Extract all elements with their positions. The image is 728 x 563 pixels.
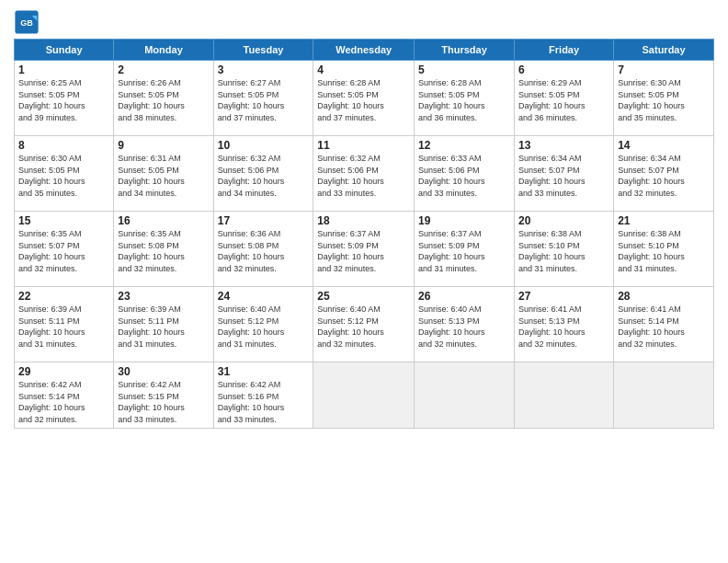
day-number: 19 [418,214,510,227]
col-monday: Monday [114,40,213,61]
table-row: 10Sunrise: 6:32 AM Sunset: 5:06 PM Dayli… [213,136,313,212]
table-row: 28Sunrise: 6:41 AM Sunset: 5:14 PM Dayli… [614,287,714,362]
table-row: 24Sunrise: 6:40 AM Sunset: 5:12 PM Dayli… [213,287,313,362]
day-number: 28 [618,290,710,303]
day-info: Sunrise: 6:26 AM Sunset: 5:05 PM Dayligh… [118,77,209,123]
table-row: 21Sunrise: 6:38 AM Sunset: 5:10 PM Dayli… [614,212,714,287]
day-number: 26 [418,290,510,303]
day-info: Sunrise: 6:42 AM Sunset: 5:14 PM Dayligh… [18,379,109,425]
day-info: Sunrise: 6:32 AM Sunset: 5:06 PM Dayligh… [317,153,410,199]
day-info: Sunrise: 6:40 AM Sunset: 5:12 PM Dayligh… [218,304,310,350]
table-row: 12Sunrise: 6:33 AM Sunset: 5:06 PM Dayli… [415,136,515,212]
day-number: 24 [218,290,310,303]
day-info: Sunrise: 6:38 AM Sunset: 5:10 PM Dayligh… [518,228,609,274]
day-number: 23 [118,290,209,303]
table-row: 16Sunrise: 6:35 AM Sunset: 5:08 PM Dayli… [114,212,213,287]
table-row: 7Sunrise: 6:30 AM Sunset: 5:05 PM Daylig… [614,61,714,136]
table-row: 17Sunrise: 6:36 AM Sunset: 5:08 PM Dayli… [213,212,313,287]
day-info: Sunrise: 6:40 AM Sunset: 5:13 PM Dayligh… [418,304,510,350]
day-number: 7 [618,63,710,76]
day-number: 18 [317,214,410,227]
logo-icon: GB [14,9,40,35]
day-number: 15 [18,214,109,227]
day-number: 27 [518,290,609,303]
calendar-week-row: 22Sunrise: 6:39 AM Sunset: 5:11 PM Dayli… [15,287,714,362]
table-row: 4Sunrise: 6:28 AM Sunset: 5:05 PM Daylig… [313,61,415,136]
svg-text:GB: GB [20,18,33,28]
day-number: 17 [218,214,310,227]
col-thursday: Thursday [415,40,515,61]
day-info: Sunrise: 6:30 AM Sunset: 5:05 PM Dayligh… [18,153,109,199]
day-info: Sunrise: 6:36 AM Sunset: 5:08 PM Dayligh… [218,228,310,274]
day-number: 29 [18,365,109,378]
calendar-week-row: 29Sunrise: 6:42 AM Sunset: 5:14 PM Dayli… [15,362,714,429]
day-info: Sunrise: 6:38 AM Sunset: 5:10 PM Dayligh… [618,228,710,274]
day-info: Sunrise: 6:27 AM Sunset: 5:05 PM Dayligh… [218,77,310,123]
table-row: 18Sunrise: 6:37 AM Sunset: 5:09 PM Dayli… [313,212,415,287]
day-number: 13 [518,139,609,152]
table-row: 27Sunrise: 6:41 AM Sunset: 5:13 PM Dayli… [515,287,614,362]
day-info: Sunrise: 6:25 AM Sunset: 5:05 PM Dayligh… [18,77,109,123]
header: GB [14,9,714,35]
table-row [614,362,714,429]
col-wednesday: Wednesday [313,40,415,61]
table-row: 31Sunrise: 6:42 AM Sunset: 5:16 PM Dayli… [213,362,313,429]
day-number: 8 [18,139,109,152]
table-row: 13Sunrise: 6:34 AM Sunset: 5:07 PM Dayli… [515,136,614,212]
table-row [515,362,614,429]
day-info: Sunrise: 6:31 AM Sunset: 5:05 PM Dayligh… [118,153,209,199]
table-row: 29Sunrise: 6:42 AM Sunset: 5:14 PM Dayli… [15,362,114,429]
table-row: 23Sunrise: 6:39 AM Sunset: 5:11 PM Dayli… [114,287,213,362]
day-number: 3 [218,63,310,76]
day-info: Sunrise: 6:42 AM Sunset: 5:15 PM Dayligh… [118,379,209,425]
day-number: 31 [218,365,310,378]
table-row: 1Sunrise: 6:25 AM Sunset: 5:05 PM Daylig… [15,61,114,136]
day-info: Sunrise: 6:34 AM Sunset: 5:07 PM Dayligh… [518,153,609,199]
col-friday: Friday [515,40,614,61]
day-info: Sunrise: 6:41 AM Sunset: 5:13 PM Dayligh… [518,304,609,350]
table-row: 15Sunrise: 6:35 AM Sunset: 5:07 PM Dayli… [15,212,114,287]
col-tuesday: Tuesday [213,40,313,61]
table-row: 26Sunrise: 6:40 AM Sunset: 5:13 PM Dayli… [415,287,515,362]
day-number: 1 [18,63,109,76]
day-info: Sunrise: 6:28 AM Sunset: 5:05 PM Dayligh… [418,77,510,123]
day-info: Sunrise: 6:32 AM Sunset: 5:06 PM Dayligh… [218,153,310,199]
day-info: Sunrise: 6:29 AM Sunset: 5:05 PM Dayligh… [518,77,609,123]
day-info: Sunrise: 6:35 AM Sunset: 5:07 PM Dayligh… [18,228,109,274]
table-row: 2Sunrise: 6:26 AM Sunset: 5:05 PM Daylig… [114,61,213,136]
table-row: 9Sunrise: 6:31 AM Sunset: 5:05 PM Daylig… [114,136,213,212]
calendar-week-row: 15Sunrise: 6:35 AM Sunset: 5:07 PM Dayli… [15,212,714,287]
day-info: Sunrise: 6:40 AM Sunset: 5:12 PM Dayligh… [317,304,410,350]
day-number: 9 [118,139,209,152]
calendar-week-row: 8Sunrise: 6:30 AM Sunset: 5:05 PM Daylig… [15,136,714,212]
table-row [313,362,415,429]
day-number: 20 [518,214,609,227]
table-row: 30Sunrise: 6:42 AM Sunset: 5:15 PM Dayli… [114,362,213,429]
table-row: 20Sunrise: 6:38 AM Sunset: 5:10 PM Dayli… [515,212,614,287]
day-info: Sunrise: 6:30 AM Sunset: 5:05 PM Dayligh… [618,77,710,123]
day-number: 30 [118,365,209,378]
table-row: 25Sunrise: 6:40 AM Sunset: 5:12 PM Dayli… [313,287,415,362]
table-row: 5Sunrise: 6:28 AM Sunset: 5:05 PM Daylig… [415,61,515,136]
table-row: 8Sunrise: 6:30 AM Sunset: 5:05 PM Daylig… [15,136,114,212]
day-info: Sunrise: 6:34 AM Sunset: 5:07 PM Dayligh… [618,153,710,199]
table-row: 22Sunrise: 6:39 AM Sunset: 5:11 PM Dayli… [15,287,114,362]
day-number: 10 [218,139,310,152]
table-row: 14Sunrise: 6:34 AM Sunset: 5:07 PM Dayli… [614,136,714,212]
day-number: 5 [418,63,510,76]
calendar-week-row: 1Sunrise: 6:25 AM Sunset: 5:05 PM Daylig… [15,61,714,136]
day-number: 14 [618,139,710,152]
day-info: Sunrise: 6:37 AM Sunset: 5:09 PM Dayligh… [418,228,510,274]
col-saturday: Saturday [614,40,714,61]
day-number: 22 [18,290,109,303]
table-row: 19Sunrise: 6:37 AM Sunset: 5:09 PM Dayli… [415,212,515,287]
calendar-header-row: Sunday Monday Tuesday Wednesday Thursday… [15,40,714,61]
day-info: Sunrise: 6:28 AM Sunset: 5:05 PM Dayligh… [317,77,410,123]
logo: GB [14,9,43,35]
table-row: 11Sunrise: 6:32 AM Sunset: 5:06 PM Dayli… [313,136,415,212]
col-sunday: Sunday [15,40,114,61]
calendar-table: Sunday Monday Tuesday Wednesday Thursday… [14,39,714,429]
day-info: Sunrise: 6:33 AM Sunset: 5:06 PM Dayligh… [418,153,510,199]
day-info: Sunrise: 6:42 AM Sunset: 5:16 PM Dayligh… [218,379,310,425]
day-number: 16 [118,214,209,227]
